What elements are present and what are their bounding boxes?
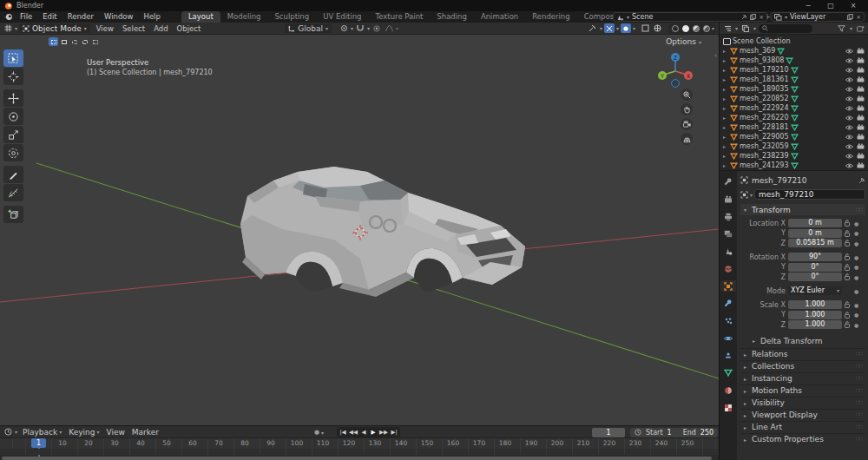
- shading-wireframe-icon[interactable]: [672, 25, 679, 32]
- play-forward-button[interactable]: ▶: [369, 427, 378, 437]
- chevron-down-icon[interactable]: ▾: [712, 25, 714, 31]
- menu-render[interactable]: Render: [62, 11, 99, 23]
- outliner-item[interactable]: ▸mesh_226220: [723, 113, 866, 122]
- timeline-ruler[interactable]: 1020304050607080901001101201301401501601…: [0, 438, 719, 449]
- camera-icon[interactable]: [857, 134, 865, 140]
- object-name[interactable]: mesh_189035: [740, 85, 789, 93]
- new-scene-icon[interactable]: [750, 14, 756, 20]
- add-cube-tool[interactable]: [3, 206, 23, 223]
- select-box-tool[interactable]: [3, 49, 23, 67]
- object-name[interactable]: mesh_220852: [740, 95, 789, 102]
- section-line-art[interactable]: ▸Line Art∷∷: [740, 421, 865, 433]
- eye-icon[interactable]: [845, 115, 853, 121]
- object-name-field[interactable]: mesh_797210: [754, 189, 865, 200]
- particles-tab-icon[interactable]: [720, 315, 736, 326]
- eye-icon[interactable]: [845, 68, 853, 73]
- delta-transform-subpanel[interactable]: ▸ Delta Transform: [740, 334, 865, 348]
- active-tool-snap-icon[interactable]: [588, 23, 598, 33]
- animate-dot-icon[interactable]: ●: [854, 312, 858, 318]
- expand-icon[interactable]: ▸: [723, 48, 728, 54]
- navigation-gizmo[interactable]: Z Y X: [656, 50, 694, 89]
- tab-sculpting[interactable]: Sculpting: [267, 11, 316, 23]
- lock-icon[interactable]: [845, 321, 852, 328]
- tool-tab-icon[interactable]: [720, 176, 736, 187]
- outliner-item[interactable]: ▸mesh_232059: [723, 141, 866, 151]
- expand-icon[interactable]: ▸: [723, 124, 728, 130]
- animate-dot-icon[interactable]: ●: [854, 264, 858, 270]
- unlink-scene-icon[interactable]: ×: [759, 14, 764, 21]
- pan-hand-icon[interactable]: [681, 103, 693, 115]
- timeline-menu-playback[interactable]: Playback ▾: [19, 428, 65, 437]
- pin-icon[interactable]: [741, 14, 747, 20]
- eye-icon[interactable]: [845, 144, 853, 149]
- camera-icon[interactable]: [857, 86, 865, 92]
- transform-value-field[interactable]: 0°: [788, 263, 842, 272]
- object-data-icon[interactable]: [740, 191, 748, 199]
- perspective-toggle-icon[interactable]: [681, 133, 693, 145]
- menu-file[interactable]: File: [15, 11, 37, 23]
- transform-value-field[interactable]: 0 m: [788, 219, 842, 227]
- eye-icon[interactable]: [845, 125, 853, 130]
- sidebar-toggle-arrow[interactable]: ‹: [714, 52, 717, 59]
- section-visibility[interactable]: ▸Visibility∷∷: [740, 397, 865, 409]
- outliner-item[interactable]: ▸mesh_93808: [723, 56, 866, 65]
- lock-icon[interactable]: [845, 220, 852, 227]
- eye-icon[interactable]: [845, 154, 853, 159]
- transform-value-field[interactable]: 0 m: [788, 229, 842, 238]
- lock-icon[interactable]: [845, 312, 852, 319]
- measure-tool[interactable]: [3, 184, 23, 201]
- library-icon[interactable]: [740, 23, 751, 33]
- eye-icon[interactable]: [845, 87, 853, 92]
- tab-animation[interactable]: Animation: [474, 11, 525, 23]
- lock-icon[interactable]: [845, 264, 852, 271]
- lock-icon[interactable]: [845, 253, 852, 260]
- menu-help[interactable]: Help: [138, 11, 165, 23]
- render-tab-icon[interactable]: [720, 194, 736, 205]
- viewport-3d[interactable]: Options ▾ ‹ User Perspective (1) Scene C…: [0, 35, 719, 425]
- animate-dot-icon[interactable]: ●: [854, 302, 858, 308]
- display-mode-icon[interactable]: [722, 23, 733, 33]
- filter-icon[interactable]: [837, 23, 847, 33]
- tab-texture-paint[interactable]: Texture Paint: [369, 11, 431, 23]
- eye-icon[interactable]: [845, 58, 853, 63]
- outliner-item[interactable]: ▸mesh_229005: [723, 132, 866, 141]
- eye-icon[interactable]: [845, 106, 853, 111]
- transform-value-field[interactable]: 1.000: [788, 300, 842, 309]
- object-name[interactable]: mesh_226220: [740, 114, 789, 122]
- animate-dot-icon[interactable]: ●: [854, 274, 858, 280]
- section-motion-paths[interactable]: ▸Motion Paths∷∷: [740, 384, 865, 397]
- current-frame-field[interactable]: 1: [592, 428, 625, 437]
- timeline-track[interactable]: [0, 449, 719, 455]
- viewlayer-tab-icon[interactable]: [720, 228, 736, 240]
- rotation-mode-dropdown[interactable]: XYZ Euler▾: [788, 286, 842, 295]
- select-mode-tweak[interactable]: [49, 37, 58, 46]
- expand-icon[interactable]: ▸: [723, 105, 728, 111]
- lock-icon[interactable]: [845, 240, 852, 246]
- tab-uv-editing[interactable]: UV Editing: [316, 11, 368, 23]
- shading-rendered-icon[interactable]: [703, 25, 710, 32]
- material-tab-icon[interactable]: [720, 384, 736, 396]
- camera-icon[interactable]: [857, 48, 865, 54]
- animate-dot-icon[interactable]: ●: [854, 288, 858, 294]
- transform-value-field[interactable]: 90°: [788, 253, 842, 261]
- start-value[interactable]: 1: [667, 429, 672, 437]
- lock-icon[interactable]: [845, 230, 852, 237]
- object-name[interactable]: mesh_241293: [740, 161, 789, 169]
- scene-selector[interactable]: ▾ Scene ×: [613, 12, 767, 22]
- scale-tool[interactable]: [3, 126, 23, 143]
- select-mode-lasso[interactable]: [80, 37, 89, 46]
- outliner-item[interactable]: ▸mesh_222924: [723, 103, 866, 113]
- outliner-item[interactable]: ▸mesh_241293: [723, 161, 866, 170]
- timeline-menu-keying[interactable]: Keying ▾: [65, 428, 102, 437]
- camera-icon[interactable]: [857, 162, 865, 168]
- remove-viewlayer-icon[interactable]: ×: [856, 14, 861, 21]
- shading-solid-icon[interactable]: [682, 25, 689, 32]
- play-reverse-button[interactable]: ◀: [359, 427, 368, 437]
- select-mode-extend[interactable]: [90, 37, 100, 46]
- modifiers-tab-icon[interactable]: [720, 298, 736, 309]
- panel-grip-icon[interactable]: ∷∷: [856, 207, 862, 214]
- camera-icon[interactable]: [857, 95, 865, 102]
- eye-icon[interactable]: [845, 77, 853, 82]
- transform-orientation[interactable]: Global ▾: [285, 23, 332, 33]
- object-name[interactable]: mesh_369: [740, 47, 775, 55]
